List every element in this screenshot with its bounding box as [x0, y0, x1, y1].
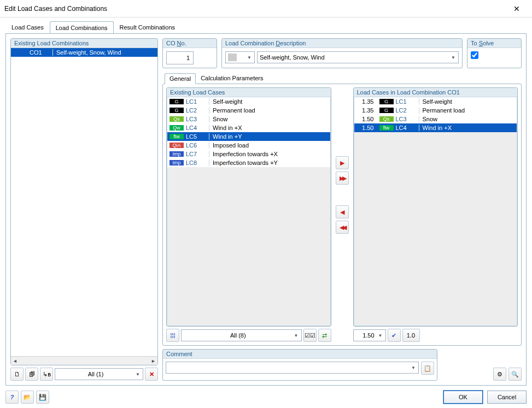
apply-factor-button[interactable]: ✔: [388, 329, 401, 342]
to-solve-label: To Solve: [467, 39, 521, 48]
combo-filter[interactable]: All (1)▼: [55, 368, 143, 380]
details-button[interactable]: 🔍: [508, 368, 522, 381]
lc-row[interactable]: GLC2Permanent load: [167, 106, 330, 115]
to-solve-checkbox[interactable]: [471, 51, 478, 59]
h-scrollbar[interactable]: ◄►: [11, 356, 157, 365]
subtab-calc-params[interactable]: Calculation Parameters: [196, 73, 268, 84]
save-button[interactable]: 💾: [36, 391, 49, 404]
lc-swap-button[interactable]: ⇄: [318, 329, 331, 342]
comment-input[interactable]: ▼: [166, 362, 419, 374]
co-no-input[interactable]: [166, 51, 194, 64]
factor-input[interactable]: 1.50▼: [353, 329, 386, 341]
description-input[interactable]: Self-weight, Snow, Wind▼: [257, 51, 459, 63]
lc-row[interactable]: GLC1Self-weight: [167, 97, 330, 106]
in-combo-title: Load Cases in Load Combination CO1: [354, 88, 518, 97]
tab-result-combinations[interactable]: Result Combinations: [114, 21, 182, 33]
reset-factor-button[interactable]: 1.0: [402, 329, 420, 342]
lc-row[interactable]: ImpLC7Imperfection towards +X: [167, 150, 330, 158]
apply-b-button[interactable]: ↳ʙ: [40, 368, 53, 381]
lc-filter-button[interactable]: 𝍖: [166, 329, 179, 342]
description-type-select[interactable]: ▼: [225, 51, 255, 63]
open-button[interactable]: 📂: [21, 391, 34, 404]
lc-row[interactable]: QwLC4Wind in +X: [167, 123, 330, 132]
existing-combos-title: Existing Load Combinations: [11, 39, 157, 48]
lc-row[interactable]: ImpLC8Imperfection towards +Y: [167, 158, 330, 167]
add-all-button[interactable]: ▶▶: [336, 172, 349, 185]
description-label: Load Combination Description: [222, 39, 462, 48]
main-tabs: Load Cases Load Combinations Result Comb…: [5, 21, 532, 33]
comment-title: Comment: [163, 350, 437, 359]
existing-combos-list[interactable]: CO1Self-weight, Snow, Wind: [11, 48, 157, 356]
combo-lc-row[interactable]: 1.50ftwLC4Wind in +X: [354, 123, 517, 132]
window-title: Edit Load Cases and Combinations: [4, 5, 506, 13]
comment-pick-button[interactable]: 📋: [421, 362, 434, 375]
help-button[interactable]: ?: [5, 391, 19, 404]
combo-lc-row[interactable]: 1.35GLC2Permanent load: [354, 106, 517, 115]
subtab-general[interactable]: General: [165, 73, 196, 84]
add-one-button[interactable]: ▶: [336, 156, 349, 169]
combo-lc-row[interactable]: 1.50QsLC3Snow: [354, 115, 517, 123]
lc-row[interactable]: QiALC6Imposed load: [167, 141, 330, 150]
existing-lc-title: Existing Load Cases: [167, 88, 331, 97]
existing-lc-list[interactable]: GLC1Self-weightGLC2Permanent loadQsLC3Sn…: [167, 97, 330, 167]
ok-button[interactable]: OK: [443, 391, 483, 404]
remove-one-button[interactable]: ◀: [336, 205, 349, 218]
lc-row[interactable]: QsLC3Snow: [167, 115, 330, 123]
close-button[interactable]: ✕: [506, 0, 528, 17]
delete-combo-button[interactable]: ✕: [145, 368, 158, 381]
cancel-button[interactable]: Cancel: [487, 391, 527, 404]
in-combo-list[interactable]: 1.35GLC1Self-weight1.35GLC2Permanent loa…: [354, 97, 517, 132]
tab-load-combinations[interactable]: Load Combinations: [50, 21, 114, 34]
options-button[interactable]: ⚙: [493, 368, 506, 381]
lc-multiselect-button[interactable]: ☑☑: [303, 329, 317, 342]
lc-filter-select[interactable]: All (8)▼: [181, 329, 302, 341]
remove-all-button[interactable]: ◀◀: [336, 221, 349, 234]
lc-row[interactable]: ftwLC5Wind in +Y: [167, 132, 330, 141]
combo-lc-row[interactable]: 1.35GLC1Self-weight: [354, 97, 517, 106]
copy-combo-button[interactable]: 🗐: [25, 368, 38, 381]
combo-row[interactable]: CO1Self-weight, Snow, Wind: [11, 48, 157, 57]
tab-load-cases[interactable]: Load Cases: [5, 21, 50, 33]
co-no-label: CO No.: [163, 39, 217, 48]
new-combo-button[interactable]: 🗋: [10, 368, 24, 381]
